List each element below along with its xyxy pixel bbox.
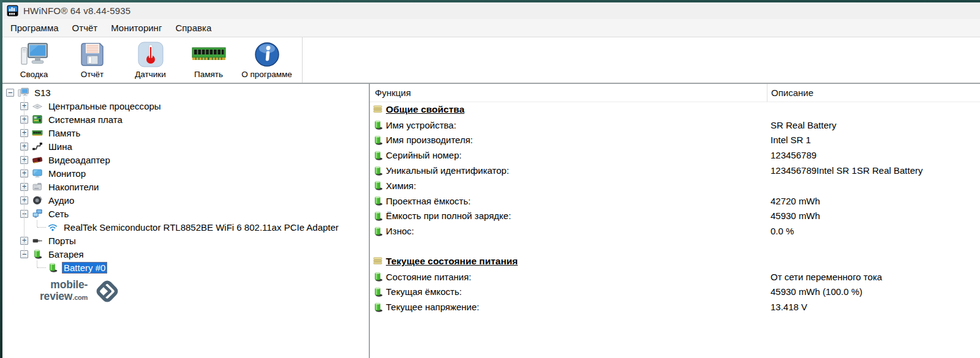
menu-item-spravka[interactable]: Справка bbox=[168, 20, 218, 35]
detail-row[interactable]: Проектная ёмкость:42720 mWh bbox=[370, 193, 980, 209]
toolbar: СводкаОтчётДатчикиПамятьО программе bbox=[2, 37, 980, 83]
detail-row[interactable]: Текущее напряжение:13.418 V bbox=[370, 299, 980, 315]
tree-item[interactable]: +Накопители bbox=[2, 180, 369, 193]
detail-value: 123456789Intel SR 1SR Real Battery bbox=[767, 165, 980, 176]
menu-item-programma[interactable]: Программа bbox=[4, 20, 66, 35]
detail-value: 123456789 bbox=[767, 150, 980, 160]
tree-item[interactable]: +Центральные процессоры bbox=[2, 99, 369, 113]
toolbar-button-label: О программе bbox=[241, 70, 292, 79]
tree-item[interactable]: +Монитор bbox=[2, 166, 369, 180]
tree-guide-line bbox=[24, 97, 24, 253]
hwinfo-logo-icon bbox=[7, 5, 18, 17]
menu-item-otchet[interactable]: Отчёт bbox=[66, 20, 105, 35]
mobile-review-logo-text: mobile- review.com bbox=[40, 279, 88, 304]
tree-guide-line bbox=[37, 227, 46, 228]
tree-item-label: Память bbox=[47, 127, 82, 139]
detail-row[interactable]: Состояние питания:От сети переменного то… bbox=[370, 269, 980, 285]
tree-item[interactable]: +Память bbox=[2, 126, 369, 140]
battery-icon bbox=[32, 248, 43, 259]
toolbar-button-about[interactable]: О программе bbox=[238, 39, 296, 81]
sensors-thermometer-icon bbox=[137, 41, 164, 68]
tree-item[interactable]: +Аудио bbox=[2, 193, 369, 207]
tree-item[interactable]: +Шина bbox=[2, 140, 369, 153]
detail-value: 13.418 V bbox=[767, 302, 980, 312]
memory-ram-icon bbox=[192, 41, 226, 68]
detail-label: Состояние питания: bbox=[386, 272, 472, 282]
tree-item[interactable]: +Порты bbox=[2, 234, 369, 247]
network-icon bbox=[32, 208, 43, 219]
bus-icon bbox=[32, 141, 43, 152]
titlebar[interactable]: HWiNFO® 64 v8.44-5935 bbox=[2, 2, 980, 19]
tree-item-label: Батарея bbox=[47, 248, 86, 260]
expand-toggle-minus[interactable]: − bbox=[6, 89, 14, 97]
detail-row[interactable]: Износ:0.0 % bbox=[370, 223, 980, 239]
detail-label: Ёмкость при полной зарядке: bbox=[386, 211, 511, 221]
detail-row[interactable]: Ёмкость при полной зарядке:45930 mWh bbox=[370, 209, 980, 224]
tree-item[interactable]: +Видеоадаптер bbox=[2, 153, 369, 166]
about-info-icon bbox=[254, 41, 281, 68]
tree-item-label: Порты bbox=[47, 235, 78, 247]
report-floppy-icon bbox=[79, 41, 106, 68]
computer-icon bbox=[18, 87, 29, 98]
detail-value: Intel SR 1 bbox=[767, 135, 980, 145]
mobile-review-logo: mobile- review.com bbox=[40, 276, 123, 307]
tree-guide-line bbox=[37, 261, 37, 267]
column-header-function[interactable]: Функция bbox=[370, 84, 767, 102]
detail-row[interactable]: Имя производителя:Intel SR 1 bbox=[370, 133, 980, 148]
tree-item-label: Системная плата bbox=[47, 114, 124, 125]
battery-icon bbox=[372, 286, 383, 297]
tree-item-label: Центральные процессоры bbox=[47, 100, 163, 112]
tree-item-label: Шина bbox=[47, 141, 74, 152]
detail-row[interactable]: Химия: bbox=[370, 178, 980, 193]
battery-icon bbox=[372, 150, 383, 161]
detail-row[interactable]: Уникальный идентификатор:123456789Intel … bbox=[370, 163, 980, 178]
detail-row[interactable]: Серийный номер:123456789 bbox=[370, 147, 980, 163]
detail-value: 42720 mWh bbox=[767, 196, 980, 206]
detail-row[interactable]: Текущее состояние питания bbox=[370, 254, 980, 269]
window-title: HWiNFO® 64 v8.44-5935 bbox=[23, 6, 130, 16]
toolbar-button-summary[interactable]: Сводка bbox=[5, 39, 63, 81]
tree-item[interactable]: −Сеть bbox=[2, 207, 369, 220]
detail-row-spacer bbox=[370, 239, 980, 254]
toolbar-button-memory[interactable]: Память bbox=[179, 39, 238, 81]
tree-item-label: Накопители bbox=[47, 181, 100, 193]
detail-label: Имя производителя: bbox=[386, 135, 473, 145]
tree-item-label: Battery #0 bbox=[62, 262, 107, 274]
battery-icon bbox=[372, 195, 383, 206]
menu-bar: ПрограммаОтчётМониторингСправка bbox=[2, 19, 980, 37]
detail-label: Серийный номер: bbox=[386, 150, 462, 160]
tree-item-label: RealTek Semiconductor RTL8852BE WiFi 6 8… bbox=[62, 222, 341, 233]
tree-item-label: Сеть bbox=[47, 208, 70, 220]
tree-item[interactable]: Battery #0 bbox=[2, 261, 369, 274]
tree-item[interactable]: −Батарея bbox=[2, 247, 369, 261]
detail-row[interactable]: Текущая ёмкость:45930 mWh (100.0 %) bbox=[370, 285, 980, 300]
detail-label: Уникальный идентификатор: bbox=[386, 165, 509, 176]
desktop-edge-top bbox=[0, 0, 980, 2]
detail-value: 0.0 % bbox=[767, 226, 980, 236]
battery-icon bbox=[372, 165, 383, 176]
toolbar-button-label: Датчики bbox=[135, 70, 166, 79]
toolbar-button-report[interactable]: Отчёт bbox=[63, 39, 121, 81]
gpu-icon bbox=[32, 154, 43, 165]
column-header-description[interactable]: Описание bbox=[767, 84, 980, 102]
battery-icon bbox=[372, 119, 383, 130]
tree-item[interactable]: +Системная плата bbox=[2, 113, 369, 126]
section-icon bbox=[372, 104, 383, 115]
tree-item[interactable]: −S13 bbox=[2, 86, 369, 99]
ports-icon bbox=[32, 235, 43, 246]
menu-item-monitoring[interactable]: Мониторинг bbox=[104, 20, 168, 35]
hwinfo-window: HWiNFO® 64 v8.44-5935 ПрограммаОтчётМони… bbox=[2, 2, 980, 358]
toolbar-separator bbox=[302, 37, 303, 83]
detail-row[interactable]: Общие свойства bbox=[370, 102, 980, 117]
wifi-icon bbox=[47, 222, 58, 233]
detail-value: От сети переменного тока bbox=[767, 272, 980, 282]
detail-row[interactable]: Имя устройства:SR Real Battery bbox=[370, 117, 980, 133]
details-panel: Функция Описание Общие свойстваИмя устро… bbox=[370, 84, 980, 358]
battery-icon bbox=[372, 135, 383, 146]
tree-item[interactable]: RealTek Semiconductor RTL8852BE WiFi 6 8… bbox=[2, 220, 369, 234]
cpu-icon bbox=[32, 100, 43, 111]
tree-guide-line bbox=[37, 220, 37, 227]
audio-icon bbox=[32, 195, 43, 206]
detail-value: 45930 mWh (100.0 %) bbox=[767, 286, 980, 297]
toolbar-button-sensors[interactable]: Датчики bbox=[121, 39, 179, 81]
